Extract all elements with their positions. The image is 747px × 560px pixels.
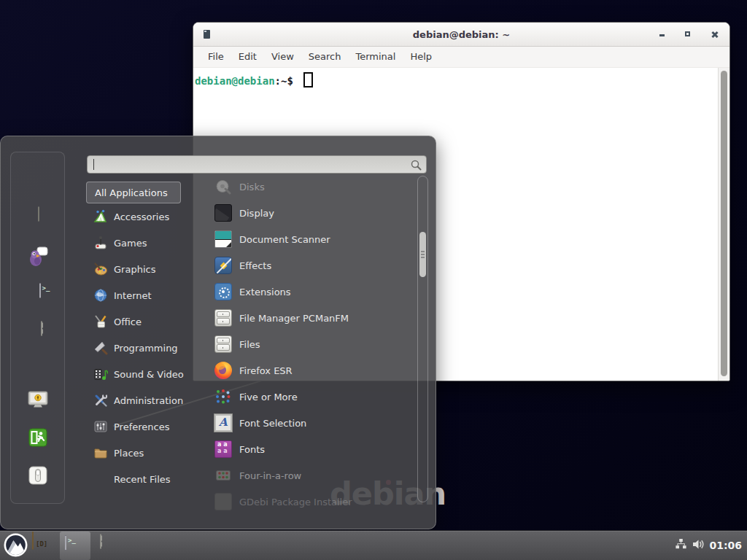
category-internet[interactable]: Internet [87, 282, 196, 308]
display-icon [214, 204, 232, 222]
apps-scrollbar[interactable] [417, 176, 428, 502]
menu-button[interactable] [4, 533, 28, 557]
maximize-button[interactable] [684, 30, 693, 39]
category-label: Preferences [114, 421, 169, 432]
category-office[interactable]: Office [87, 308, 196, 335]
category-places[interactable]: Places [87, 440, 196, 466]
menubar-item-terminal[interactable]: Terminal [348, 47, 403, 67]
package-keypad-icon[interactable] [38, 206, 39, 222]
taskbar: 01:06 [0, 530, 747, 560]
app-label: Document Scanner [239, 234, 330, 245]
file-cabinet-icon [214, 309, 232, 327]
menubar-item-search[interactable]: Search [301, 47, 349, 67]
category-list: Accessories Games Graphics [87, 203, 196, 492]
all-applications-button[interactable]: All Applications [86, 182, 181, 203]
category-graphics[interactable]: Graphics [87, 256, 196, 282]
four-in-a-row-icon [214, 467, 232, 484]
menubar-item-file[interactable]: File [201, 47, 231, 67]
app-files[interactable]: Files [194, 331, 417, 357]
file-cabinet-icon[interactable] [41, 321, 42, 336]
folder-icon[interactable] [32, 534, 34, 550]
terminal-cursor [303, 72, 313, 88]
disks-icon [214, 178, 232, 195]
app-extensions[interactable]: Extensions [194, 279, 417, 305]
app-effects[interactable]: Effects [194, 252, 417, 279]
programming-icon [93, 341, 108, 355]
lock-screen-icon[interactable] [27, 389, 49, 411]
log-out-icon[interactable] [27, 427, 49, 448]
internet-icon [93, 288, 108, 303]
search-icon [410, 159, 422, 174]
category-label: Office [114, 316, 142, 327]
wired-network-icon[interactable] [675, 538, 687, 553]
pidgin-icon[interactable] [27, 246, 49, 268]
sound-video-icon [93, 367, 108, 381]
applications-list: Disks Display Document Scanner Effects E… [194, 176, 417, 513]
clock[interactable]: 01:06 [709, 540, 742, 551]
app-label: File Manager PCManFM [239, 313, 349, 324]
category-recent-files[interactable]: Recent Files [87, 466, 196, 492]
app-label: Five or More [239, 392, 298, 402]
app-gdebi-package-installer[interactable]: GDebi Package Installer [194, 489, 417, 513]
apps-scrollbar-thumb[interactable] [419, 232, 426, 277]
app-label: Effects [239, 260, 271, 271]
all-applications-label: All Applications [95, 187, 168, 198]
minimize-button[interactable] [658, 30, 667, 39]
app-four-in-a-row[interactable]: Four-in-a-row [194, 462, 417, 489]
app-disks[interactable]: Disks [194, 176, 417, 200]
terminal-icon[interactable] [39, 283, 41, 298]
terminal-prompt: debian@debian:~$ [193, 68, 729, 88]
app-label: Four-in-a-row [239, 470, 301, 481]
category-label: Sound & Video [114, 369, 184, 380]
office-icon [93, 314, 108, 329]
effects-icon [214, 257, 232, 274]
menubar-item-help[interactable]: Help [403, 47, 439, 67]
app-label: GDebi Package Installer [239, 497, 352, 508]
application-menu: All Applications Accessories Games [0, 136, 436, 529]
preferences-icon [93, 419, 108, 434]
places-icon [93, 446, 108, 460]
category-preferences[interactable]: Preferences [87, 413, 196, 440]
app-five-or-more[interactable]: Five or More [194, 384, 417, 410]
category-administration[interactable]: Administration [87, 387, 196, 413]
administration-icon [93, 393, 108, 408]
launcher-file-manager[interactable] [100, 534, 101, 549]
category-accessories[interactable]: Accessories [87, 203, 196, 230]
terminal-scrollbar-thumb[interactable] [721, 71, 727, 376]
system-tray: 01:06 [675, 531, 742, 560]
category-label: Internet [114, 290, 152, 301]
prompt-suffix: :~$ [275, 75, 293, 87]
menubar-item-edit[interactable]: Edit [231, 47, 264, 67]
app-display[interactable]: Display [194, 200, 417, 226]
titlebar[interactable]: debian@debian: ~ [193, 23, 729, 47]
category-label: Recent Files [114, 474, 171, 485]
category-games[interactable]: Games [87, 230, 196, 256]
app-label: Disks [239, 182, 265, 192]
fonts-icon [214, 440, 232, 458]
menubar-item-view[interactable]: View [264, 47, 301, 67]
category-sound-video[interactable]: Sound & Video [87, 361, 196, 387]
graphics-icon [93, 262, 108, 276]
app-label: Files [239, 339, 260, 350]
app-file-manager-pcmanfm[interactable]: File Manager PCManFM [194, 305, 417, 331]
volume-high-icon[interactable] [692, 538, 705, 553]
category-programming[interactable]: Programming [87, 335, 196, 361]
close-button[interactable] [711, 30, 719, 39]
app-document-scanner[interactable]: Document Scanner [194, 226, 417, 252]
app-label: Extensions [239, 287, 291, 298]
shut-down-icon[interactable] [27, 464, 49, 486]
window-title: debian@debian: ~ [413, 29, 510, 40]
document-scanner-icon [214, 230, 232, 248]
launcher-terminal[interactable] [60, 532, 90, 560]
category-label: Programming [114, 343, 178, 354]
desktop: debian debian@debian: ~ File Edit View S… [0, 0, 747, 560]
file-cabinet-icon [214, 335, 232, 353]
app-font-selection[interactable]: Font Selection [194, 410, 417, 436]
terminal-scrollbar[interactable] [718, 68, 729, 381]
app-fonts[interactable]: Fonts [194, 436, 417, 462]
search-input[interactable] [87, 155, 427, 174]
app-firefox-esr[interactable]: Firefox ESR [194, 357, 417, 384]
app-label: Fonts [239, 444, 265, 455]
font-selection-icon [214, 414, 232, 432]
firefox-icon [214, 362, 232, 379]
